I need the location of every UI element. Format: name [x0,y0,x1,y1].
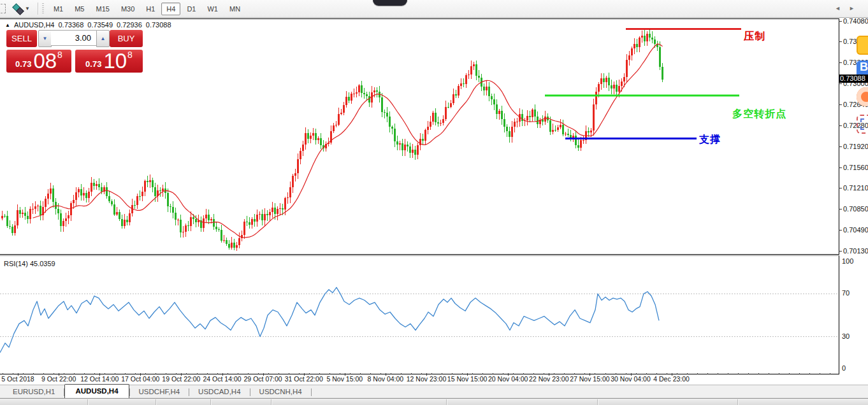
price-axis-label: 0.74080 [843,17,868,25]
time-axis-label: 22 Nov 23:00 [529,375,568,383]
taskbar-divider [87,399,88,405]
time-axis-minor-tick [503,373,503,374]
buy-price-tile[interactable]: 0.73 10 8 [75,50,143,73]
time-axis-minor-tick [667,373,667,374]
time-axis-minor-tick [523,373,524,374]
time-axis-label: 5 Nov 15:00 [326,375,363,383]
price-axis-tick [839,167,842,168]
rsi-axis[interactable]: 10070300 [839,255,868,373]
rsi-line [0,287,659,353]
time-axis-minor-tick [43,373,44,374]
mt4-window: ▼ M1M5M15M30H1H4D1W1MN ▲ AUDUSD,H4 0.733… [0,0,868,405]
tab-audusd-h4[interactable]: AUDUSD,H4 [64,384,129,398]
collapse-triangle-icon[interactable]: ▲ [5,22,10,28]
time-axis-minor-tick [197,373,198,374]
time-axis-label: 4 Dec 23:00 [653,375,690,383]
clipped-toolbar-icon[interactable] [0,4,6,13]
rsi-indicator-pane[interactable]: RSI(14) 45.0359 [0,255,839,374]
time-axis-minor-tick [309,373,310,374]
time-axis-minor-tick [156,373,156,374]
time-axis-label: 24 Oct 14:00 [203,375,241,383]
volume-increase-button[interactable]: ▲ [96,30,110,47]
time-axis-minor-tick [3,373,3,374]
time-axis-minor-tick [533,373,534,374]
buy-button[interactable]: BUY [110,30,143,47]
support-label[interactable]: 支撑 [699,133,721,146]
time-axis-minor-tick [115,373,115,374]
toolbar-grip[interactable] [42,3,44,15]
tab-usdchf-h4[interactable]: USDCHF,H4 [130,385,189,398]
toolbar-separator [38,3,38,15]
time-axis-minor-tick [248,373,249,374]
time-axis-minor-tick [431,373,432,374]
time-axis-label: 17 Oct 04:00 [121,375,159,383]
timeframe-button-mn[interactable]: MN [224,3,245,15]
floating-shortcut-icon-1[interactable] [857,36,868,55]
sell-price-tile[interactable]: 0.73 08 8 [6,50,71,73]
chart-objects-icon[interactable] [12,4,24,14]
time-axis-label: 15 Nov 15:00 [447,375,487,383]
time-axis-minor-tick [125,373,126,374]
timeframe-button-m5[interactable]: M5 [69,3,89,15]
time-axis-minor-tick [748,373,749,374]
time-axis-minor-tick [329,373,330,374]
resistance-label[interactable]: 压制 [744,30,765,43]
current-price-tag: 0.73088 [839,75,868,83]
time-axis-minor-tick [626,373,626,374]
time-axis-minor-tick [595,373,595,374]
time-axis-minor-tick [411,373,412,374]
price-axis-tick [839,188,842,188]
time-axis-label: 31 Oct 22:00 [285,375,323,383]
one-click-trade-panel: SELL ▼ 3.00 ▲ BUY 0.73 08 8 0.73 10 8 [6,30,143,92]
time-axis-minor-tick [94,373,95,374]
chevron-down-icon[interactable]: ▼ [25,6,30,11]
timeframe-button-w1[interactable]: W1 [202,3,223,15]
time-axis-minor-tick [135,373,136,374]
timeframe-button-h4[interactable]: H4 [161,3,180,15]
time-axis[interactable]: 5 Oct 20189 Oct 22:0012 Oct 14:0017 Oct … [0,373,868,385]
time-axis-minor-tick [809,373,810,374]
time-axis-minor-tick [697,373,698,374]
price-axis-tick [839,41,842,42]
price-axis-tick [839,62,842,63]
price-axis-tick [839,83,842,84]
volume-input[interactable]: 3.00 [51,30,96,46]
time-axis-minor-tick [186,373,187,374]
sell-price-big: 08 [33,52,57,71]
price-axis-tick [839,209,842,210]
rsi-axis-label: 30 [842,332,850,340]
price-chart-pane[interactable]: ▲ AUDUSD,H4 0.73368 0.73549 0.72936 0.73… [0,18,839,255]
time-axis-minor-tick [616,373,616,374]
timeframe-button-m1[interactable]: M1 [48,3,68,15]
tab-usdcad-h4[interactable]: USDCAD,H4 [189,385,249,398]
pivot-label[interactable]: 多空转折点 [732,108,786,121]
taskbar-divider [210,399,211,405]
volume-decrease-button[interactable]: ▼ [38,30,52,47]
sell-button[interactable]: SELL [6,30,37,47]
time-axis-minor-tick [105,373,105,374]
tab-eurusd-h1[interactable]: EURUSD,H1 [4,385,64,398]
time-axis-label: 30 Nov 04:00 [611,375,650,383]
time-axis-minor-tick [228,373,228,374]
time-axis-minor-tick [299,373,300,374]
timeframe-button-d1[interactable]: D1 [182,3,201,15]
time-axis-minor-tick [401,373,401,374]
tab-scroll-right-icon[interactable]: ► [849,5,855,11]
floating-shortcut-icon-4[interactable] [857,115,868,134]
time-axis-minor-tick [677,373,677,374]
timeframe-group: M1M5M15M30H1H4D1W1MN [48,3,246,15]
time-axis-minor-tick [799,373,800,374]
rsi-indicator-label: RSI(14) 45.0359 [4,260,55,267]
time-axis-minor-tick [360,373,361,374]
buy-price-sup: 8 [127,51,133,59]
tab-usdcnh-h4[interactable]: USDCNH,H4 [250,385,311,398]
time-axis-minor-tick [421,373,422,374]
timeframe-button-h1[interactable]: H1 [141,3,160,15]
time-axis-minor-tick [493,373,493,374]
timeframe-button-m15[interactable]: M15 [90,3,114,15]
tab-scroll-left-icon[interactable]: ◄ [835,5,841,11]
time-axis-minor-tick [380,373,381,374]
price-axis-tick [839,146,842,147]
price-axis-label: 0.71210 [843,184,868,192]
timeframe-button-m30[interactable]: M30 [116,3,140,15]
